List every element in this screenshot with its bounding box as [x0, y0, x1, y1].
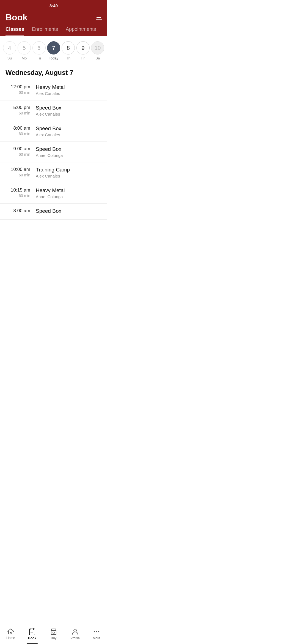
date-day-th: Th	[66, 56, 70, 60]
class-time-3: 9:00 am 60 min	[6, 146, 36, 157]
class-info-3: Speed Box Anael Colunga	[36, 146, 102, 158]
date-day-su: Su	[7, 56, 12, 60]
status-bar: 8:49	[0, 0, 107, 10]
class-item-4[interactable]: 10:00 am 60 min Training Camp Alex Canal…	[0, 162, 107, 183]
date-day-today: Today	[49, 56, 59, 60]
date-item-tu[interactable]: 6 Tu	[32, 41, 46, 60]
header: Book	[0, 10, 107, 23]
status-time: 8:49	[50, 3, 58, 8]
class-time-4: 10:00 am 60 min	[6, 167, 36, 177]
date-item-sa[interactable]: 10 Sa	[91, 41, 104, 60]
class-info-2: Speed Box Alex Canales	[36, 125, 102, 137]
class-info-4: Training Camp Alex Canales	[36, 167, 102, 178]
class-info-6: Speed Box	[36, 208, 102, 215]
class-time-5: 10:15 am 60 min	[6, 187, 36, 198]
date-day-tu: Tu	[37, 56, 41, 60]
date-item-th[interactable]: 8 Th	[62, 41, 75, 60]
tab-appointments[interactable]: Appointments	[66, 26, 96, 36]
date-item-today[interactable]: 7 Today	[47, 41, 60, 60]
date-circle-8: 8	[62, 41, 75, 54]
date-day-mo: Mo	[22, 56, 27, 60]
tab-enrollments[interactable]: Enrollments	[32, 26, 58, 36]
class-item-6[interactable]: 8:00 am Speed Box	[0, 204, 107, 220]
filter-button[interactable]	[96, 16, 102, 20]
class-item-5[interactable]: 10:15 am 60 min Heavy Metal Anael Colung…	[0, 183, 107, 204]
date-day-sa: Sa	[95, 56, 100, 60]
class-time-2: 8:00 am 60 min	[6, 125, 36, 136]
class-info-1: Speed Box Alex Canales	[36, 105, 102, 116]
section-date-heading: Wednesday, August 7	[0, 63, 107, 80]
tab-classes[interactable]: Classes	[6, 26, 24, 36]
date-circle-4: 4	[3, 41, 16, 54]
class-info-5: Heavy Metal Anael Colunga	[36, 187, 102, 199]
class-time-0: 12:00 pm 60 min	[6, 84, 36, 95]
class-list: 12:00 pm 60 min Heavy Metal Alex Canales…	[0, 80, 107, 220]
class-info-0: Heavy Metal Alex Canales	[36, 84, 102, 96]
date-day-fr: Fr	[81, 56, 85, 60]
date-strip: 4 Su 5 Mo 6 Tu 7 Today 8 Th 9 Fr 10 Sa	[0, 36, 107, 63]
class-item-1[interactable]: 5:00 pm 60 min Speed Box Alex Canales	[0, 100, 107, 121]
date-circle-5: 5	[18, 41, 31, 54]
date-circle-7: 7	[47, 41, 60, 54]
date-item-fr[interactable]: 9 Fr	[76, 41, 90, 60]
date-circle-10: 10	[91, 41, 104, 54]
class-item-3[interactable]: 9:00 am 60 min Speed Box Anael Colunga	[0, 142, 107, 162]
class-time-1: 5:00 pm 60 min	[6, 105, 36, 115]
tab-bar: Classes Enrollments Appointments	[0, 23, 107, 36]
class-time-6: 8:00 am	[6, 208, 36, 214]
date-circle-6: 6	[32, 41, 46, 54]
class-item-0[interactable]: 12:00 pm 60 min Heavy Metal Alex Canales	[0, 80, 107, 100]
page-title: Book	[6, 12, 28, 23]
class-item-2[interactable]: 8:00 am 60 min Speed Box Alex Canales	[0, 121, 107, 142]
date-item-su[interactable]: 4 Su	[3, 41, 16, 60]
date-circle-9: 9	[76, 41, 90, 54]
date-item-mo[interactable]: 5 Mo	[18, 41, 31, 60]
